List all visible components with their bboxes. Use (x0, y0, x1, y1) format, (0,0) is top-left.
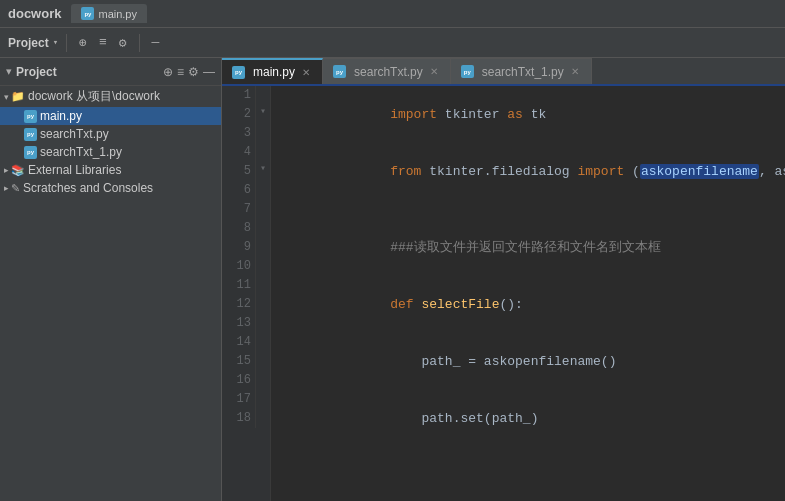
code-line-5: def selectFile(): (281, 276, 785, 333)
code-text-10: root = tk.Tk() (281, 485, 499, 501)
tree-label-searchtxt1-py: searchTxt_1.py (40, 145, 122, 159)
line-num-17: 17 (228, 390, 251, 409)
code-text-3 (281, 200, 289, 219)
fold-5[interactable]: ▾ (256, 162, 270, 181)
plain-9: path.set(path_) (390, 411, 538, 426)
fold-8 (256, 219, 270, 238)
fold-18 (256, 409, 270, 428)
line-num-13: 13 (228, 314, 251, 333)
fold-3 (256, 124, 270, 143)
tab-searchtxt1-py[interactable]: py searchTxt_1.py ✕ (451, 58, 592, 84)
line-num-11: 11 (228, 276, 251, 295)
fold-11 (256, 276, 270, 295)
fold-2[interactable]: ▾ (256, 105, 270, 124)
fold-16 (256, 371, 270, 390)
tree-arrow-ext-icon: ▸ (4, 165, 9, 175)
tree-label-docwork: docwork 从项目\docwork (28, 88, 160, 105)
highlight-askopenfilename: askopenfilename (640, 164, 759, 179)
tree-label-scratches: Scratches and Consoles (23, 181, 153, 195)
line-num-7: 7 (228, 200, 251, 219)
title-tab-file[interactable]: py main.py (71, 4, 147, 23)
plain-2: tk (523, 107, 546, 122)
code-text-5: def selectFile(): (281, 276, 523, 333)
tree-arrow-icon: ▾ (4, 92, 9, 102)
code-text-7: path.set(path_) (281, 390, 538, 447)
project-title: Project (16, 65, 159, 79)
tree-item-docwork[interactable]: ▾ 📁 docwork 从项目\docwork (0, 86, 221, 107)
tree-label-external-libs: External Libraries (28, 163, 121, 177)
tab-close-searchtxt1[interactable]: ✕ (569, 65, 581, 78)
dropdown-arrow-icon: ▾ (53, 37, 58, 48)
editor-area: py main.py ✕ py searchTxt.py ✕ py search… (222, 58, 785, 501)
code-text-2: from tkinter.filedialog import (askopenf… (281, 143, 785, 200)
code-line-6: path_ = askopenfilename() (281, 333, 785, 390)
collapse-all-icon[interactable]: ≡ (177, 65, 184, 79)
line-num-2: 2 (228, 105, 251, 124)
code-line-2: from tkinter.filedialog import (askopenf… (281, 143, 785, 200)
line-num-5: 5 (228, 162, 251, 181)
code-text-1: import tkinter as tk (281, 86, 546, 143)
py-file-icon-searchtxt1: py (24, 146, 37, 159)
tab-icon-searchtxt: py (333, 65, 346, 78)
code-lines: import tkinter as tk from tkinter.filedi… (281, 86, 785, 501)
menu-button[interactable]: ≡ (95, 33, 111, 52)
code-wrapper: 1 2 3 4 5 6 7 8 9 10 11 12 13 14 (222, 86, 785, 501)
fold-15 (256, 352, 270, 371)
tree-item-searchtxt-py[interactable]: py searchTxt.py (0, 125, 221, 143)
kw-from: from (390, 164, 421, 179)
tree-label-searchtxt-py: searchTxt.py (40, 127, 109, 141)
code-line-8 (281, 447, 785, 466)
code-text-4: ###读取文件并返回文件路径和文件名到文本框 (281, 219, 661, 276)
collapse-button[interactable]: — (148, 33, 164, 52)
minimize-icon[interactable]: — (203, 65, 215, 79)
code-line-10: root = tk.Tk() (281, 485, 785, 501)
line-num-12: 12 (228, 295, 251, 314)
tree-label-main-py: main.py (40, 109, 82, 123)
tree-item-scratches[interactable]: ▸ ✎ Scratches and Consoles (0, 179, 221, 197)
tab-close-searchtxt[interactable]: ✕ (428, 65, 440, 78)
tab-icon-main: py (232, 66, 245, 79)
toolbar: Project ▾ ⊕ ≡ ⚙ — (0, 28, 785, 58)
kw-import: import (390, 107, 437, 122)
fold-10 (256, 257, 270, 276)
add-scope-icon[interactable]: ⊕ (163, 65, 173, 79)
fn-selectfile: selectFile (421, 297, 499, 312)
settings-button[interactable]: ⚙ (115, 33, 131, 53)
editor-tabs: py main.py ✕ py searchTxt.py ✕ py search… (222, 58, 785, 86)
fold-4 (256, 143, 270, 162)
sidebar: ▾ Project ⊕ ≡ ⚙ — ▾ 📁 docwork 从项目\docwor… (0, 58, 222, 501)
code-line-9 (281, 466, 785, 485)
fold-gutter: ▾ ▾ (256, 86, 270, 428)
tree-item-searchtxt1-py[interactable]: py searchTxt_1.py (0, 143, 221, 161)
plain-5: , askopenfilena (759, 164, 785, 179)
line-num-15: 15 (228, 352, 251, 371)
file-py-icon: py (81, 7, 94, 20)
tree-arrow-scratch-icon: ▸ (4, 183, 9, 193)
fold-7 (256, 200, 270, 219)
code-text-6: path_ = askopenfilename() (281, 333, 616, 390)
tab-searchtxt-py[interactable]: py searchTxt.py ✕ (323, 58, 451, 84)
project-label: Project (8, 36, 49, 50)
fold-14 (256, 333, 270, 352)
tab-label-main: main.py (253, 65, 295, 79)
tab-main-py[interactable]: py main.py ✕ (222, 58, 323, 84)
line-num-16: 16 (228, 371, 251, 390)
code-editor[interactable]: import tkinter as tk from tkinter.filedi… (271, 86, 785, 501)
gutter-inner: 1 2 3 4 5 6 7 8 9 10 11 12 13 14 (222, 86, 270, 428)
tree-item-external-libs[interactable]: ▸ 📚 External Libraries (0, 161, 221, 179)
py-file-icon-main: py (24, 110, 37, 123)
line-num-9: 9 (228, 238, 251, 257)
line-num-10: 10 (228, 257, 251, 276)
tab-close-main[interactable]: ✕ (300, 66, 312, 79)
plain-4: ( (624, 164, 640, 179)
sidebar-header-icons: ⊕ ≡ ⚙ — (163, 65, 215, 79)
scratch-icon: ✎ (11, 182, 20, 195)
line-num-8: 8 (228, 219, 251, 238)
folder-icon: 📁 (11, 90, 25, 103)
settings-gear-icon[interactable]: ⚙ (188, 65, 199, 79)
comment-4: ###读取文件并返回文件路径和文件名到文本框 (390, 240, 660, 255)
add-button[interactable]: ⊕ (75, 33, 91, 53)
fold-13 (256, 314, 270, 333)
tree-item-main-py[interactable]: py main.py (0, 107, 221, 125)
main-layout: ▾ Project ⊕ ≡ ⚙ — ▾ 📁 docwork 从项目\docwor… (0, 58, 785, 501)
